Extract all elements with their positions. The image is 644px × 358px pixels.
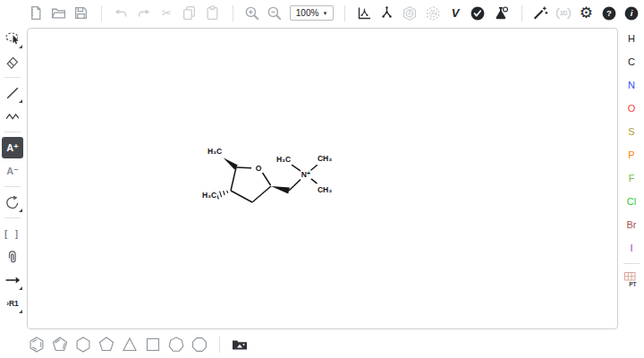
copy-button[interactable] <box>179 3 199 24</box>
molecule-structure <box>28 29 619 330</box>
3d-viewer-icon: 3D <box>555 5 572 21</box>
paste-button[interactable] <box>201 3 222 24</box>
template-cycloheptane[interactable] <box>165 333 188 356</box>
rotate-tool[interactable] <box>2 192 23 213</box>
element-button-cl[interactable]: Cl <box>622 192 641 211</box>
dropdown-corner <box>19 45 22 48</box>
element-button-h[interactable]: H <box>622 29 641 48</box>
sgroup-tool[interactable]: [ ] <box>2 223 23 244</box>
rgroup-label-icon: ›R1 <box>6 299 19 308</box>
template-cyclobutane[interactable] <box>141 333 165 356</box>
atom-label-ammonium-nitrogen[interactable]: N⁺ <box>301 171 312 179</box>
new-document-icon <box>28 5 43 21</box>
element-button-o[interactable]: O <box>622 98 641 118</box>
zoom-in-icon <box>244 5 260 21</box>
element-button-c[interactable]: C <box>622 52 641 72</box>
help-button[interactable]: ? <box>598 3 619 24</box>
aromatize-button[interactable]: A <box>399 3 419 24</box>
rgroup-tool[interactable]: ›R1 <box>2 293 23 314</box>
clean-up-button[interactable] <box>377 3 397 24</box>
dropdown-corner <box>19 209 22 212</box>
drawing-canvas[interactable]: H₃C O H₃C H₃C N⁺ CH₃ CH₃ <box>27 28 618 329</box>
cyclobutane-icon <box>144 336 162 354</box>
save-icon <box>73 5 89 21</box>
redo-button[interactable] <box>133 3 154 24</box>
wedge-bond-up <box>271 186 290 193</box>
clean-up-icon <box>379 5 394 21</box>
benzene-icon <box>28 336 46 354</box>
template-cyclopentane[interactable] <box>95 333 118 356</box>
zoom-out-icon <box>267 5 283 21</box>
template-cyclopentadiene[interactable] <box>48 333 72 356</box>
chain-tool[interactable] <box>2 106 23 127</box>
reaction-arrow-tool[interactable] <box>2 269 23 291</box>
toolbar-separator <box>344 5 345 21</box>
element-button-i[interactable]: I <box>622 238 641 258</box>
periodic-table-button[interactable]: PT <box>621 268 642 290</box>
template-cyclopropane[interactable] <box>118 333 141 356</box>
3d-viewer-button[interactable]: 3D <box>553 3 573 24</box>
flask-icon <box>493 5 509 21</box>
atom-label-ring-oxygen[interactable]: O <box>255 165 263 173</box>
recognize-molecule-button[interactable] <box>530 3 551 24</box>
element-button-n[interactable]: N <box>622 75 641 95</box>
open-button[interactable] <box>47 3 68 24</box>
zoom-in-button[interactable] <box>242 3 262 24</box>
template-cyclohexane[interactable] <box>72 333 95 356</box>
toolbar-separator <box>4 217 21 218</box>
hash-wedge-bond <box>216 191 227 200</box>
element-button-p[interactable]: P <box>622 145 641 165</box>
open-folder-icon <box>51 5 66 21</box>
charge-minus-icon: A⁻ <box>6 166 19 177</box>
template-library-icon <box>231 336 249 354</box>
eraser-icon <box>4 54 21 70</box>
template-benzene[interactable] <box>25 333 48 356</box>
attach-tool[interactable] <box>2 246 23 268</box>
dearomatize-button[interactable]: A <box>422 3 443 24</box>
zoom-out-button[interactable] <box>264 3 284 24</box>
toolbar-separator <box>219 337 220 353</box>
undo-icon <box>114 5 129 21</box>
dropdown-corner <box>19 99 22 103</box>
element-button-br[interactable]: Br <box>622 215 641 234</box>
settings-button[interactable]: ⚙ <box>576 3 597 24</box>
element-button-f[interactable]: F <box>622 168 641 188</box>
single-bond-tool[interactable] <box>2 82 23 104</box>
gear-icon: ⚙ <box>580 5 593 21</box>
atom-label-n-methyl-top-right[interactable]: CH₃ <box>317 155 333 163</box>
charge-plus-tool[interactable]: A⁺ <box>2 137 23 158</box>
svg-text:?: ? <box>606 8 612 18</box>
cyclopropane-icon <box>121 336 139 354</box>
element-button-s[interactable]: S <box>622 122 641 141</box>
check-circle-icon <box>470 5 486 21</box>
erase-tool[interactable] <box>2 51 23 72</box>
calculate-cip-button[interactable]: V <box>445 3 465 24</box>
zoom-level-dropdown[interactable]: 100% ▼ <box>290 5 335 21</box>
new-document-button[interactable] <box>25 3 46 24</box>
template-library-button[interactable] <box>228 333 251 356</box>
cip-icon: V <box>452 6 460 20</box>
cycloheptane-icon <box>167 336 185 354</box>
wedge-bond-up <box>224 158 238 169</box>
paperclip-icon <box>4 249 21 265</box>
undo-button[interactable] <box>110 3 131 24</box>
copy-icon <box>182 5 197 21</box>
atom-label-n-methyl-bottom-right[interactable]: CH₃ <box>317 186 333 194</box>
atom-label-n-methyl-left[interactable]: H₃C <box>275 156 292 164</box>
cut-button[interactable]: ✂ <box>156 3 176 24</box>
periodic-table-icon: PT <box>623 270 640 288</box>
charge-minus-tool[interactable]: A⁻ <box>2 160 23 182</box>
calculated-values-button[interactable] <box>490 3 511 24</box>
redo-icon <box>136 5 151 21</box>
check-structure-button[interactable] <box>468 3 488 24</box>
template-toolbar <box>25 332 251 357</box>
layout-button[interactable] <box>353 3 374 24</box>
save-button[interactable] <box>71 3 91 24</box>
toolbar-separator <box>4 77 21 78</box>
about-button[interactable]: i <box>622 3 642 24</box>
info-icon: i <box>623 5 640 21</box>
atom-label-methyl-bottom-left[interactable]: H₃C <box>201 192 217 200</box>
lasso-selection-tool[interactable] <box>2 28 23 49</box>
atom-label-methyl-top-left[interactable]: H₃C <box>207 148 223 156</box>
template-cyclooctane[interactable] <box>188 333 211 356</box>
